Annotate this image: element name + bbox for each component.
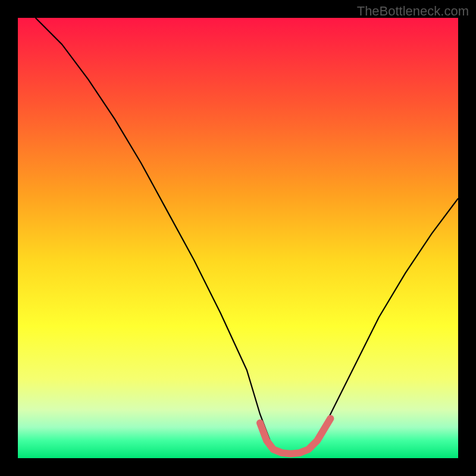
chart-area	[18, 18, 458, 458]
watermark-text: TheBottleneck.com	[357, 4, 469, 19]
chart-svg	[18, 18, 458, 458]
gradient-background	[18, 18, 458, 458]
